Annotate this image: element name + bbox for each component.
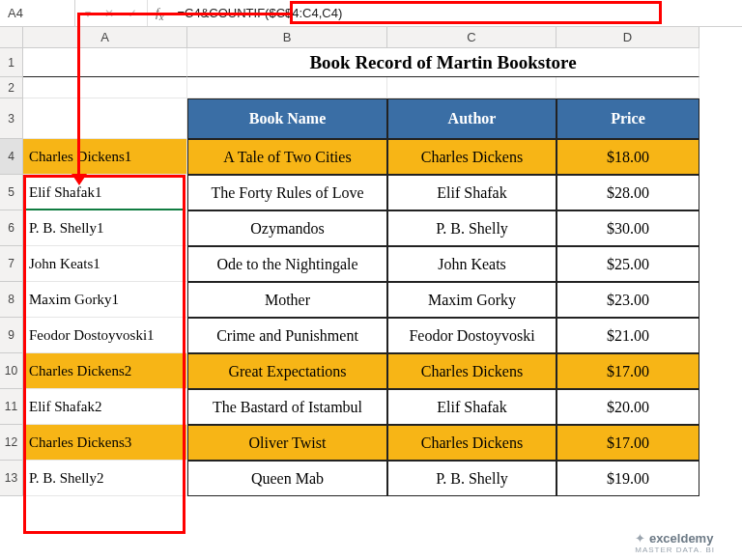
row-header-10[interactable]: 10 [0,353,23,389]
annotation-arrow [71,174,87,185]
table-row: Feodor Dostoyvoski1Crime and PunishmentF… [23,318,742,353]
fx-icon[interactable]: fx [148,5,171,22]
cell-b6[interactable]: Ozymandos [187,210,387,246]
cell-b13[interactable]: Queen Mab [187,461,387,496]
cell-a13[interactable]: P. B. Shelly2 [23,461,187,496]
cell-c4[interactable]: Charles Dickens [387,139,556,175]
cell-c13[interactable]: P. B. Shelly [387,461,556,496]
table-row: Elif Shafak1The Forty Rules of LoveElif … [23,175,742,210]
row-header-5[interactable]: 5 [0,175,23,210]
row-header-6[interactable]: 6 [0,210,23,246]
cell-d13[interactable]: $19.00 [556,461,699,496]
title-cell[interactable]: Book Record of Martin Bookstore [187,48,699,77]
table-row: P. B. Shelly1OzymandosP. B. Shelly$30.00 [23,210,742,246]
select-all-corner[interactable] [0,27,23,48]
watermark: ✦ exceldemy MASTER DATA. BI [635,531,715,554]
cell-d11[interactable]: $20.00 [556,389,699,425]
row-header-13[interactable]: 13 [0,461,23,496]
cell-b7[interactable]: Ode to the Nightingale [187,246,387,282]
cell-a11[interactable]: Elif Shafak2 [23,389,187,425]
column-header-d[interactable]: D [556,27,699,48]
cell-grid[interactable]: Book Record of Martin BookstoreBook Name… [23,48,742,496]
cell-a9[interactable]: Feodor Dostoyvoski1 [23,318,187,353]
cell-d12[interactable]: $17.00 [556,425,699,461]
cell-d10[interactable]: $17.00 [556,353,699,389]
header-book-name[interactable]: Book Name [187,98,387,139]
row-header-4[interactable]: 4 [0,139,23,175]
cell-b10[interactable]: Great Expectations [187,353,387,389]
formula-input[interactable]: =C4&COUNTIF($C$4:C4,C4) [171,0,742,26]
cell-d6[interactable]: $30.00 [556,210,699,246]
cell-a10[interactable]: Charles Dickens2 [23,353,187,389]
row-header-1[interactable]: 1 [0,48,23,77]
cell-c2[interactable] [387,77,556,98]
cell-c12[interactable]: Charles Dickens [387,425,556,461]
row-header-3[interactable]: 3 [0,98,23,139]
cell-b5[interactable]: The Forty Rules of Love [187,175,387,210]
table-row: Charles Dickens1A Tale of Two CitiesChar… [23,139,742,175]
name-box[interactable]: A4 [0,0,75,26]
header-price[interactable]: Price [556,98,699,139]
cell-a8[interactable]: Maxim Gorky1 [23,282,187,318]
cell-b11[interactable]: The Bastard of Istambul [187,389,387,425]
cell-c9[interactable]: Feodor Dostoyvoski [387,318,556,353]
cell-c6[interactable]: P. B. Shelly [387,210,556,246]
cell-b8[interactable]: Mother [187,282,387,318]
formula-bar-buttons: ▾ ✕ ✓ [75,0,148,26]
row-header-9[interactable]: 9 [0,318,23,353]
grid-container: ABCD Book Record of Martin BookstoreBook… [23,27,742,560]
accept-icon[interactable]: ✓ [128,7,137,20]
cell-a1[interactable] [23,48,187,77]
cell-a7[interactable]: John Keats1 [23,246,187,282]
cell-c11[interactable]: Elif Shafak [387,389,556,425]
row-header-2[interactable]: 2 [0,77,23,98]
table-row: Charles Dickens3Oliver TwistCharles Dick… [23,425,742,461]
column-header-b[interactable]: B [187,27,387,48]
cell-b12[interactable]: Oliver Twist [187,425,387,461]
cell-a6[interactable]: P. B. Shelly1 [23,210,187,246]
cell-a3[interactable] [23,98,187,139]
table-row: Charles Dickens2Great ExpectationsCharle… [23,353,742,389]
cell-b2[interactable] [187,77,387,98]
formula-bar: A4 ▾ ✕ ✓ fx =C4&COUNTIF($C$4:C4,C4) [0,0,742,27]
cell-c7[interactable]: John Keats [387,246,556,282]
table-row: John Keats1Ode to the NightingaleJohn Ke… [23,246,742,282]
spreadsheet: 12345678910111213 ABCD Book Record of Ma… [0,27,742,560]
table-row: P. B. Shelly2Queen MabP. B. Shelly$19.00 [23,461,742,496]
cell-a4[interactable]: Charles Dickens1 [23,139,187,175]
cell-d4[interactable]: $18.00 [556,139,699,175]
cell-b4[interactable]: A Tale of Two Cities [187,139,387,175]
cell-a2[interactable] [23,77,187,98]
table-row: Elif Shafak2The Bastard of IstambulElif … [23,389,742,425]
header-author[interactable]: Author [387,98,556,139]
column-header-a[interactable]: A [23,27,187,48]
cancel-icon[interactable]: ✕ [104,7,114,20]
column-header-c[interactable]: C [387,27,556,48]
row-header-12[interactable]: 12 [0,425,23,461]
row-header-8[interactable]: 8 [0,282,23,318]
row-header-11[interactable]: 11 [0,389,23,425]
cell-d7[interactable]: $25.00 [556,246,699,282]
cell-a5[interactable]: Elif Shafak1 [23,175,187,210]
cell-c8[interactable]: Maxim Gorky [387,282,556,318]
dropdown-icon[interactable]: ▾ [85,7,91,20]
cell-c5[interactable]: Elif Shafak [387,175,556,210]
cell-b9[interactable]: Crime and Punishment [187,318,387,353]
cell-d5[interactable]: $28.00 [556,175,699,210]
table-row: Maxim Gorky1MotherMaxim Gorky$23.00 [23,282,742,318]
row-header-column: 12345678910111213 [0,27,23,560]
cell-c10[interactable]: Charles Dickens [387,353,556,389]
cell-a12[interactable]: Charles Dickens3 [23,425,187,461]
cell-d9[interactable]: $21.00 [556,318,699,353]
cell-d2[interactable] [556,77,699,98]
cell-d8[interactable]: $23.00 [556,282,699,318]
row-header-7[interactable]: 7 [0,246,23,282]
column-headers: ABCD [23,27,742,48]
